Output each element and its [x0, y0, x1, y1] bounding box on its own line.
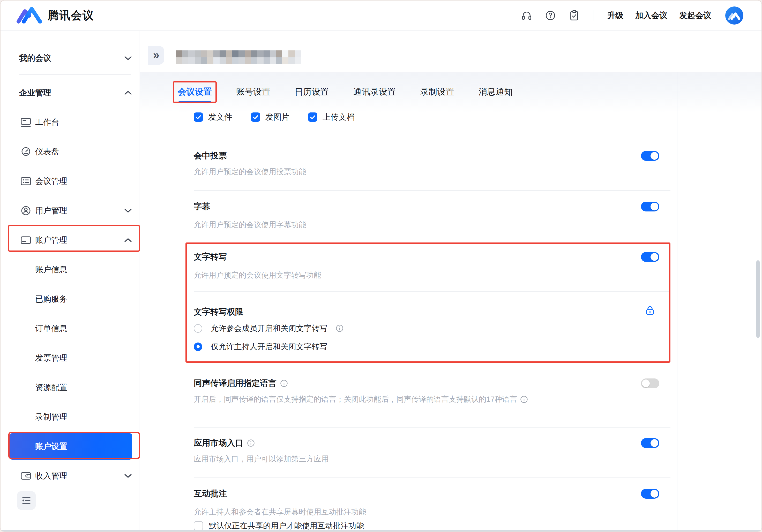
- tab-recording-settings[interactable]: 录制设置: [420, 86, 454, 98]
- collapse-sidebar-button[interactable]: [17, 491, 36, 510]
- divider: [194, 478, 670, 478]
- sidebar-item-label: 会议管理: [35, 176, 67, 187]
- sidebar-item-label: 我的会议: [19, 53, 51, 64]
- toggle-transcription[interactable]: [641, 252, 659, 262]
- info-icon[interactable]: [336, 324, 343, 332]
- checkbox-item-send-files[interactable]: 发文件: [194, 112, 232, 122]
- section-desc-app-marketplace: 应用市场入口，用户可以添加第三方应用: [194, 454, 329, 464]
- sidebar-item-workbench[interactable]: 工作台: [1, 107, 139, 137]
- sidebar-item-dashboard[interactable]: 仪表盘: [1, 137, 139, 166]
- sidebar-item-label: 订单信息: [35, 323, 67, 334]
- tab-account-settings[interactable]: 账号设置: [236, 86, 270, 98]
- chevron-down-icon: [124, 56, 132, 60]
- sidebar-item-label: 用户管理: [35, 205, 67, 216]
- divider: [194, 291, 670, 292]
- app-window: 腾讯会议: [0, 0, 762, 532]
- info-icon[interactable]: [280, 379, 288, 387]
- active-item-pill[interactable]: 账户设置: [9, 433, 132, 460]
- sidebar-item-label: 仪表盘: [35, 146, 59, 157]
- tab-contacts-settings[interactable]: 通讯录设置: [353, 86, 396, 98]
- scrollbar-thumb[interactable]: [756, 260, 760, 338]
- sidebar-divider: [19, 74, 131, 75]
- checkbox-send-files[interactable]: [194, 112, 203, 122]
- settings-main: » 会议设置账号设置日历设置通讯录设置录制设置消息通知 发文件发图片上传文档 会…: [140, 31, 761, 531]
- checkbox-send-images[interactable]: [251, 112, 260, 122]
- sidebar-item-meeting-management[interactable]: 会议管理: [1, 166, 139, 196]
- redacted-org-name: [176, 50, 301, 64]
- section-title-voting: 会中投票: [194, 151, 227, 161]
- content-right-divider: [677, 72, 677, 531]
- radio-selected[interactable]: [194, 343, 202, 351]
- section-desc-captions: 允许用户预定的会议使用字幕功能: [194, 220, 306, 230]
- sidebar-item-user-management[interactable]: 用户管理: [1, 196, 139, 226]
- header-divider: [594, 10, 594, 21]
- section-desc-transcription: 允许用户预定的会议使用文字转写功能: [194, 270, 321, 280]
- sidebar-item-account-settings[interactable]: 账户设置: [1, 432, 139, 461]
- checkbox-label: 发文件: [208, 112, 232, 122]
- upgrade-link[interactable]: 升级: [607, 10, 623, 21]
- annotation-default-checkbox-row[interactable]: 默认仅正在共享的用户才能使用互动批注功能: [194, 521, 364, 531]
- sidebar-item-label: 资源配置: [35, 382, 67, 393]
- chevron-down-icon: [124, 474, 132, 478]
- sidebar-item-account-management[interactable]: 账户管理: [1, 226, 139, 255]
- lock-icon[interactable]: [644, 304, 656, 316]
- radio-option-host-only[interactable]: 仅允许主持人开启和关闭文字转写: [194, 342, 327, 352]
- sidebar-item-enterprise-management[interactable]: 企业管理: [1, 78, 139, 107]
- sidebar-item-my-meetings[interactable]: 我的会议: [1, 43, 139, 73]
- tab-calendar-settings[interactable]: 日历设置: [295, 86, 329, 98]
- checkbox-item-upload-docs[interactable]: 上传文档: [308, 112, 355, 122]
- info-icon[interactable]: [247, 439, 255, 447]
- sidebar-item-label: 已购服务: [35, 294, 67, 304]
- sidebar-item-resource-config[interactable]: 资源配置: [1, 373, 139, 402]
- account-management-icon: [20, 234, 32, 246]
- headset-icon[interactable]: [521, 10, 533, 22]
- tab-notifications[interactable]: 消息通知: [479, 86, 513, 98]
- toggle-interpretation-languages[interactable]: [641, 378, 659, 388]
- toggle-in-meeting-voting[interactable]: [641, 151, 659, 161]
- sidebar-item-label: 账户信息: [35, 264, 67, 275]
- toggle-captions[interactable]: [641, 202, 659, 212]
- radio-option-allow-participants[interactable]: 允许参会成员开启和关闭文字转写: [194, 323, 343, 333]
- top-header: 腾讯会议: [1, 1, 761, 31]
- user-management-icon: [20, 205, 32, 216]
- tasks-icon[interactable]: [568, 10, 580, 22]
- section-desc-interpretation: 开启后，同声传译的语言仅支持指定的语言；关闭此功能后，同声传译的语言支持默认的1…: [194, 394, 528, 404]
- radio-unselected[interactable]: [194, 324, 202, 333]
- sidebar-item-income-management[interactable]: 收入管理: [1, 461, 139, 491]
- checkbox-item-send-images[interactable]: 发图片: [251, 112, 289, 122]
- divider: [194, 243, 670, 244]
- start-meeting-link[interactable]: 发起会议: [679, 10, 711, 21]
- section-desc-voting: 允许用户预定的会议使用投票功能: [194, 167, 306, 177]
- toggle-app-marketplace[interactable]: [641, 438, 659, 448]
- checkbox-upload-docs[interactable]: [308, 112, 317, 122]
- sidebar-item-recording-management[interactable]: 录制管理: [1, 402, 139, 432]
- help-icon[interactable]: [545, 10, 556, 22]
- divider: [194, 427, 670, 428]
- header-actions: 升级 加入会议 发起会议: [521, 6, 744, 25]
- toggle-annotation[interactable]: [641, 489, 659, 499]
- checkbox-label: 上传文档: [323, 112, 355, 122]
- sidebar-item-account-info[interactable]: 账户信息: [1, 255, 139, 284]
- tab-meeting-settings[interactable]: 会议设置: [178, 86, 212, 98]
- checkbox-sharing-user-only[interactable]: [194, 521, 203, 530]
- sidebar-item-purchased-services[interactable]: 已购服务: [1, 284, 139, 314]
- chevron-up-icon: [124, 238, 132, 242]
- sidebar: 我的会议企业管理工作台仪表盘会议管理用户管理账户管理账户信息已购服务订单信息发票…: [1, 31, 139, 531]
- info-icon[interactable]: [520, 395, 528, 403]
- settings-tabs: 会议设置账号设置日历设置通讯录设置录制设置消息通知: [178, 86, 513, 98]
- dashboard-icon: [20, 146, 32, 158]
- section-title-transcription: 文字转写: [194, 251, 227, 262]
- user-avatar[interactable]: [725, 6, 743, 25]
- join-meeting-link[interactable]: 加入会议: [635, 10, 667, 21]
- section-title-app-marketplace: 应用市场入口: [194, 438, 255, 448]
- sidebar-item-order-info[interactable]: 订单信息: [1, 314, 139, 343]
- meeting-management-icon: [20, 175, 32, 187]
- expand-panel-button[interactable]: »: [148, 46, 164, 65]
- expander-glyph: »: [153, 48, 159, 61]
- section-title-annotation: 互动批注: [194, 488, 227, 499]
- sidebar-item-invoice-management[interactable]: 发票管理: [1, 343, 139, 373]
- brand: 腾讯会议: [16, 5, 94, 26]
- section-title-transcription-permission: 文字转写权限: [194, 306, 243, 317]
- section-desc-annotation: 允许主持人和参会者在共享屏幕时使用互动批注功能: [194, 507, 366, 517]
- divider: [194, 366, 670, 366]
